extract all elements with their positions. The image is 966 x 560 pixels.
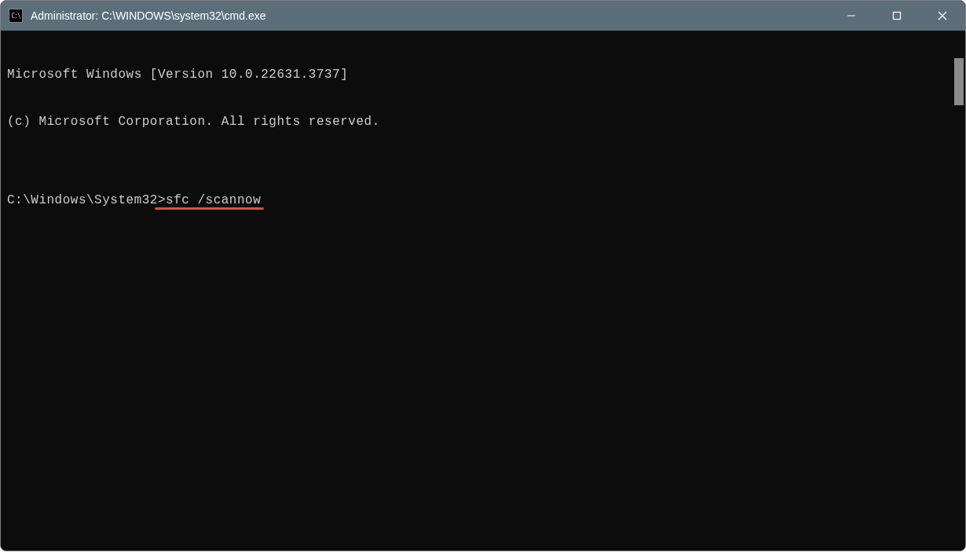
scrollbar[interactable] xyxy=(953,31,965,551)
close-icon xyxy=(938,11,947,20)
svg-rect-1 xyxy=(894,13,901,20)
prompt-text: C:\Windows\System32> xyxy=(7,193,166,207)
minimize-icon xyxy=(847,11,856,20)
close-button[interactable] xyxy=(920,1,965,31)
terminal-output-line: (c) Microsoft Corporation. All rights re… xyxy=(7,114,946,130)
terminal-output-line: Microsoft Windows [Version 10.0.22631.37… xyxy=(7,67,946,82)
scrollbar-thumb[interactable] xyxy=(954,58,964,105)
cmd-window: C:\ Administrator: C:\WINDOWS\system32\c… xyxy=(0,0,966,551)
terminal-content[interactable]: Microsoft Windows [Version 10.0.22631.37… xyxy=(1,31,953,551)
terminal-body: Microsoft Windows [Version 10.0.22631.37… xyxy=(1,31,965,551)
titlebar[interactable]: C:\ Administrator: C:\WINDOWS\system32\c… xyxy=(1,1,965,31)
command-text: sfc /scannow xyxy=(166,193,261,207)
window-title: Administrator: C:\WINDOWS\system32\cmd.e… xyxy=(31,9,829,22)
annotation-underline xyxy=(155,207,264,210)
window-controls xyxy=(829,1,965,31)
cmd-icon: C:\ xyxy=(9,9,23,23)
minimize-button[interactable] xyxy=(829,1,874,31)
maximize-icon xyxy=(892,11,902,20)
terminal-prompt-line: C:\Windows\System32>sfc /scannow xyxy=(7,192,946,208)
maximize-button[interactable] xyxy=(874,1,920,31)
